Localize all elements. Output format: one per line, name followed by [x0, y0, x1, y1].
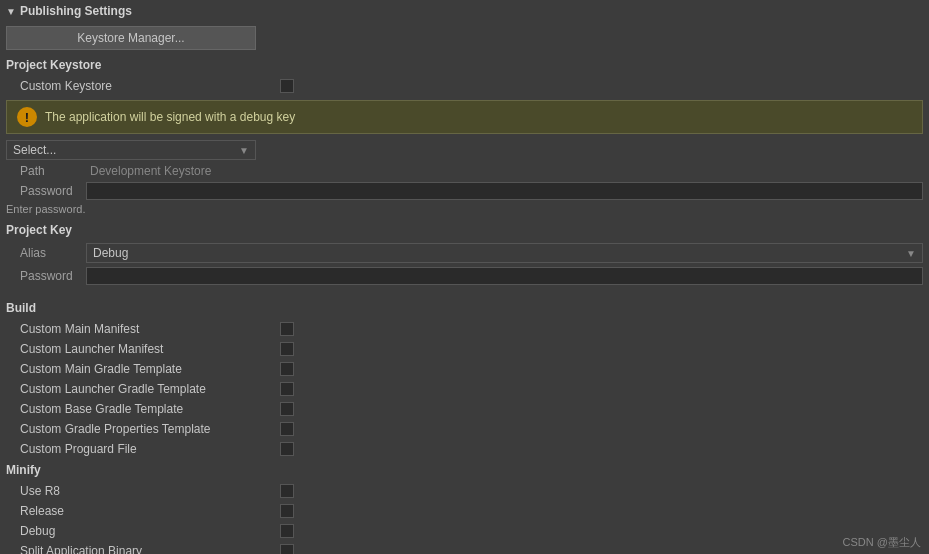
- build-item-label-5: Custom Gradle Properties Template: [20, 422, 280, 436]
- build-item-checkbox-1[interactable]: [280, 342, 294, 356]
- minify-item-0: Use R8: [0, 481, 929, 501]
- alias-value: Debug: [93, 246, 128, 260]
- minify-item-2: Debug: [0, 521, 929, 541]
- minify-item-label-2: Debug: [20, 524, 280, 538]
- path-row: Path Development Keystore: [0, 162, 929, 180]
- build-item-checkbox-0[interactable]: [280, 322, 294, 336]
- build-item-6: Custom Proguard File: [0, 439, 929, 459]
- select-row: Select... ▼: [0, 138, 929, 162]
- project-key-title: Project Key: [0, 219, 929, 241]
- warning-icon: !: [17, 107, 37, 127]
- minify-item-label-0: Use R8: [20, 484, 280, 498]
- build-item-label-0: Custom Main Manifest: [20, 322, 280, 336]
- build-item-checkbox-2[interactable]: [280, 362, 294, 376]
- build-title: Build: [0, 297, 929, 319]
- publishing-settings-header[interactable]: ▼ Publishing Settings: [0, 0, 929, 22]
- custom-keystore-checkbox[interactable]: [280, 79, 294, 93]
- build-item-label-2: Custom Main Gradle Template: [20, 362, 280, 376]
- build-item-checkbox-6[interactable]: [280, 442, 294, 456]
- build-item-0: Custom Main Manifest: [0, 319, 929, 339]
- split-application-binary-checkbox[interactable]: [280, 544, 294, 554]
- keystore-manager-row: Keystore Manager...: [0, 22, 929, 54]
- custom-keystore-row: Custom Keystore: [0, 76, 929, 96]
- watermark: CSDN @墨尘人: [843, 535, 921, 550]
- build-item-4: Custom Base Gradle Template: [0, 399, 929, 419]
- select-dropdown-arrow: ▼: [239, 145, 249, 156]
- alias-dropdown-arrow: ▼: [906, 248, 916, 259]
- minify-title: Minify: [0, 459, 929, 481]
- path-label: Path: [6, 164, 86, 178]
- minify-item-checkbox-1[interactable]: [280, 504, 294, 518]
- warning-box: ! The application will be signed with a …: [6, 100, 923, 134]
- build-item-checkbox-4[interactable]: [280, 402, 294, 416]
- keystore-select-dropdown[interactable]: Select... ▼: [6, 140, 256, 160]
- minify-item-label-1: Release: [20, 504, 280, 518]
- project-keystore-title: Project Keystore: [0, 54, 929, 76]
- select-placeholder: Select...: [13, 143, 56, 157]
- keystore-password-input[interactable]: [86, 182, 923, 200]
- minify-item-checkbox-2[interactable]: [280, 524, 294, 538]
- build-item-5: Custom Gradle Properties Template: [0, 419, 929, 439]
- build-item-2: Custom Main Gradle Template: [0, 359, 929, 379]
- build-item-checkbox-5[interactable]: [280, 422, 294, 436]
- build-item-label-3: Custom Launcher Gradle Template: [20, 382, 280, 396]
- alias-dropdown[interactable]: Debug ▼: [86, 243, 923, 263]
- enter-password-hint: Enter password.: [0, 202, 929, 219]
- key-password-input[interactable]: [86, 267, 923, 285]
- minify-item-checkbox-0[interactable]: [280, 484, 294, 498]
- section-arrow: ▼: [6, 6, 16, 17]
- keystore-manager-button[interactable]: Keystore Manager...: [6, 26, 256, 50]
- build-item-3: Custom Launcher Gradle Template: [0, 379, 929, 399]
- path-value: Development Keystore: [90, 164, 211, 178]
- warning-text: The application will be signed with a de…: [45, 110, 295, 124]
- custom-keystore-label: Custom Keystore: [20, 79, 280, 93]
- build-item-label-1: Custom Launcher Manifest: [20, 342, 280, 356]
- alias-label: Alias: [6, 246, 86, 260]
- split-application-binary-row: Split Application Binary: [0, 541, 929, 554]
- build-item-checkbox-3[interactable]: [280, 382, 294, 396]
- main-container: ▼ Publishing Settings Keystore Manager..…: [0, 0, 929, 554]
- alias-row: Alias Debug ▼: [0, 241, 929, 265]
- password-row: Password: [0, 180, 929, 202]
- key-password-row: Password: [0, 265, 929, 287]
- keystore-password-label: Password: [6, 184, 86, 198]
- build-item-label-4: Custom Base Gradle Template: [20, 402, 280, 416]
- minify-item-1: Release: [0, 501, 929, 521]
- key-password-label: Password: [6, 269, 86, 283]
- build-item-1: Custom Launcher Manifest: [0, 339, 929, 359]
- section-title: Publishing Settings: [20, 4, 132, 18]
- split-application-binary-label: Split Application Binary: [20, 544, 280, 554]
- build-item-label-6: Custom Proguard File: [20, 442, 280, 456]
